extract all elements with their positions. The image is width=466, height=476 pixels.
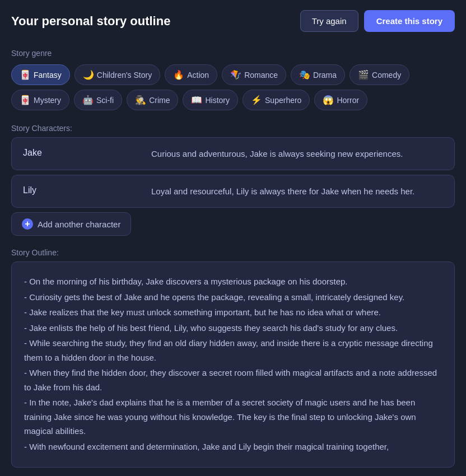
characters-section: JakeCurious and adventurous, Jake is alw… [0, 137, 466, 236]
romance-icon: 🪁 [230, 69, 241, 80]
character-description-0[interactable]: Curious and adventurous, Jake is always … [140, 137, 455, 170]
character-row-0: JakeCurious and adventurous, Jake is alw… [11, 137, 455, 170]
genre-label-childrens-story: Children's Story [97, 71, 152, 80]
superhero-icon: ⚡ [251, 95, 262, 105]
comedy-icon: 🎬 [358, 69, 369, 80]
genre-chip-drama[interactable]: 🎭Drama [291, 64, 345, 85]
outline-line: - On the morning of his birthday, Jake d… [24, 274, 442, 289]
header: Your personal story outline Try again Cr… [0, 0, 466, 42]
genre-container: 🀄Fantasy🌙Children's Story🔥Action🪁Romance… [0, 62, 466, 117]
genre-chip-superhero[interactable]: ⚡Superhero [243, 90, 310, 110]
genre-label-crime: Crime [149, 96, 170, 105]
genre-label-mystery: Mystery [34, 96, 61, 105]
drama-icon: 🎭 [299, 69, 310, 80]
outline-line: - Curiosity gets the best of Jake and he… [24, 290, 442, 305]
action-icon: 🔥 [173, 69, 184, 80]
character-row-1: LilyLoyal and resourceful, Lily is alway… [11, 175, 455, 208]
story-genre-label: Story genre [0, 42, 466, 62]
outline-line: - With newfound excitement and determina… [24, 440, 442, 454]
genre-chip-comedy[interactable]: 🎬Comedy [350, 64, 409, 85]
genre-label-horror: Horror [337, 96, 359, 105]
outline-section: Story Outline: - On the morning of his b… [0, 236, 466, 468]
character-name-1[interactable]: Lily [11, 175, 140, 208]
page-title: Your personal story outline [11, 14, 170, 29]
genre-chip-history[interactable]: 📖History [183, 90, 238, 110]
genre-chip-crime[interactable]: 🕵Crime [127, 90, 178, 110]
fantasy-icon: 🀄 [20, 69, 31, 80]
outline-line: - Jake realizes that the key must unlock… [24, 305, 442, 320]
genre-chip-romance[interactable]: 🪁Romance [222, 64, 286, 85]
outline-line: - When they find the hidden door, they d… [24, 366, 442, 394]
genre-chip-sci-fi[interactable]: 🤖Sci-fi [74, 90, 122, 110]
genre-chip-childrens-story[interactable]: 🌙Children's Story [74, 64, 160, 85]
outline-line: - In the note, Jake's dad explains that … [24, 395, 442, 438]
story-outline-box: - On the morning of his birthday, Jake d… [11, 262, 455, 468]
add-character-label: Add another character [38, 220, 120, 229]
childrens-story-icon: 🌙 [83, 69, 94, 80]
add-character-button[interactable]: +Add another character [11, 212, 131, 236]
genre-label-sci-fi: Sci-fi [96, 96, 114, 105]
history-icon: 📖 [191, 95, 202, 105]
story-characters-label: Story Characters: [0, 117, 466, 137]
genre-label-action: Action [187, 71, 209, 80]
genre-label-comedy: Comedy [372, 71, 401, 80]
crime-icon: 🕵 [135, 95, 146, 105]
genre-chip-horror[interactable]: 😱Horror [314, 90, 367, 110]
genre-chip-mystery[interactable]: 🀄Mystery [11, 90, 69, 110]
mystery-icon: 🀄 [20, 95, 31, 105]
sci-fi-icon: 🤖 [82, 95, 94, 105]
horror-icon: 😱 [323, 95, 334, 105]
outline-line: - While searching the study, they find a… [24, 336, 442, 365]
genre-label-superhero: Superhero [265, 96, 301, 105]
story-outline-label: Story Outline: [11, 244, 455, 262]
header-buttons: Try again Create this story [300, 10, 455, 32]
plus-icon: + [22, 218, 33, 230]
genre-label-fantasy: Fantasy [34, 71, 62, 80]
genre-label-drama: Drama [313, 71, 337, 80]
genre-label-history: History [205, 96, 230, 105]
character-name-0[interactable]: Jake [11, 137, 140, 170]
genre-chip-fantasy[interactable]: 🀄Fantasy [11, 64, 70, 85]
outline-line: - Jake enlists the help of his best frie… [24, 321, 442, 335]
genre-label-romance: Romance [244, 71, 278, 80]
create-story-button[interactable]: Create this story [364, 10, 455, 32]
genre-chip-action[interactable]: 🔥Action [165, 64, 217, 85]
character-description-1[interactable]: Loyal and resourceful, Lily is always th… [140, 175, 455, 208]
try-again-button[interactable]: Try again [300, 10, 358, 32]
